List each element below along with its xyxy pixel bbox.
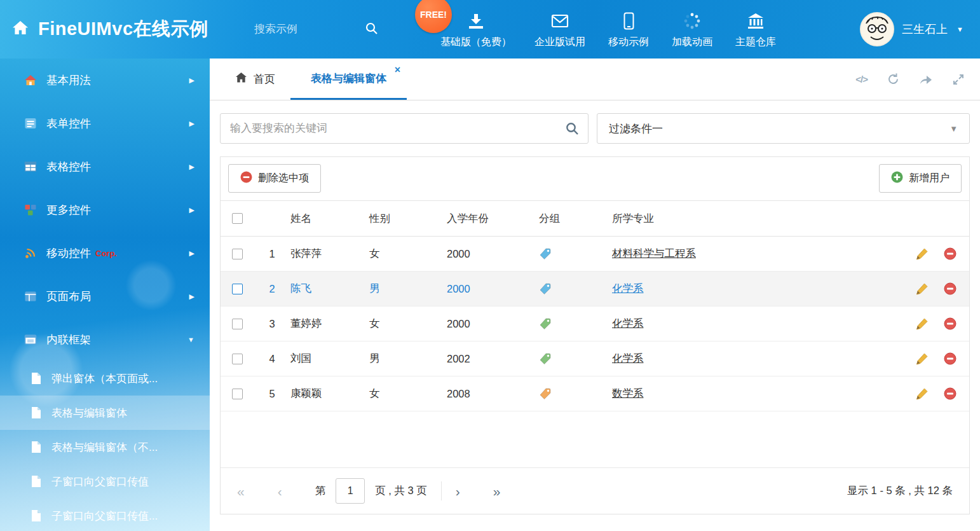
- tab-tools: </>: [855, 59, 980, 100]
- delete-icon[interactable]: [944, 247, 956, 260]
- edit-icon[interactable]: [916, 387, 929, 400]
- table-row[interactable]: 3 董婷婷 女 2000 化学系: [221, 307, 969, 341]
- tag-icon: [539, 317, 612, 330]
- delete-icon[interactable]: [944, 282, 956, 295]
- envelope-icon: [551, 11, 569, 31]
- cell-year: 2000: [447, 248, 539, 260]
- sidebar-subitem-child-to-parent[interactable]: 子窗口向父窗口传值: [0, 464, 210, 499]
- cell-gender: 女: [369, 317, 447, 331]
- row-index: 5: [254, 388, 290, 400]
- iframe-window-icon: [24, 333, 37, 346]
- edit-icon[interactable]: [916, 317, 929, 330]
- sidebar-item-label: 移动控件: [46, 245, 91, 261]
- table-row[interactable]: 2 陈飞 男 2000 化学系: [221, 272, 969, 307]
- sidebar-item-label: 表单控件: [46, 116, 91, 131]
- tag-icon: [539, 387, 612, 400]
- edit-icon[interactable]: [916, 352, 929, 365]
- sidebar-subitem-grid-edit-window-2[interactable]: 表格与编辑窗体（不...: [0, 430, 210, 464]
- spinner-icon: [683, 11, 701, 31]
- sidebar-item-page-layout[interactable]: 页面布局 ▶: [0, 275, 210, 318]
- page-total-label: 页 , 共 3 页: [375, 484, 427, 498]
- expand-icon[interactable]: [952, 73, 965, 86]
- page-number-input[interactable]: [336, 478, 365, 504]
- column-year: 入学年份: [447, 212, 539, 226]
- user-menu[interactable]: 三生石上 ▼: [860, 12, 980, 46]
- sidebar-item-label: 更多控件: [46, 202, 91, 217]
- sidebar-item-basic-usage[interactable]: 基本用法 ▶: [0, 59, 210, 102]
- delete-icon[interactable]: [944, 387, 956, 400]
- keyword-search-input[interactable]: [221, 122, 588, 135]
- nav-item-enterprise-trial[interactable]: 企业版试用: [534, 0, 585, 59]
- column-major: 所学专业: [612, 212, 899, 226]
- close-icon[interactable]: ×: [395, 64, 400, 76]
- sidebar-subitem-grid-edit-window[interactable]: 表格与编辑窗体: [0, 396, 210, 430]
- last-page-button[interactable]: »: [493, 485, 501, 498]
- delete-icon[interactable]: [944, 352, 956, 365]
- edit-icon[interactable]: [916, 247, 929, 260]
- column-group: 分组: [539, 212, 612, 226]
- sidebar-item-form-controls[interactable]: 表单控件 ▶: [0, 102, 210, 145]
- sidebar-item-mobile-controls[interactable]: 移动控件 Corp. ▶: [0, 231, 210, 275]
- next-page-button[interactable]: ›: [456, 485, 460, 498]
- tab-home[interactable]: 首页: [220, 59, 290, 100]
- record-summary: 显示 1 - 5 条 , 共 12 条: [847, 484, 953, 498]
- form-icon: [24, 117, 37, 130]
- row-checkbox[interactable]: [232, 249, 243, 259]
- row-checkbox[interactable]: [232, 389, 243, 399]
- table-row[interactable]: 4 刘国 男 2002 化学系: [221, 341, 969, 376]
- major-link[interactable]: 数学系: [612, 387, 644, 399]
- cell-year: 2000: [447, 283, 539, 295]
- divider: [441, 481, 442, 500]
- tab-grid-edit-window[interactable]: 表格与编辑窗体 ×: [290, 59, 407, 100]
- header-search-input[interactable]: [254, 23, 356, 36]
- row-checkbox[interactable]: [232, 319, 243, 329]
- sidebar-item-iframe[interactable]: 内联框架 ▼: [0, 318, 210, 361]
- sidebar-item-more-controls[interactable]: 更多控件 ▶: [0, 188, 210, 231]
- nav-item-mobile-demo[interactable]: 移动示例: [608, 0, 649, 59]
- row-checkbox[interactable]: [232, 354, 243, 364]
- corp-badge: Corp.: [95, 249, 117, 258]
- nav-label: 基础版（免费）: [440, 36, 512, 49]
- search-icon[interactable]: [365, 22, 378, 38]
- table-row[interactable]: 1 张萍萍 女 2000 材料科学与工程系: [221, 237, 969, 272]
- major-link[interactable]: 材料科学与工程系: [612, 247, 696, 259]
- sidebar: 基本用法 ▶ 表单控件 ▶: [0, 59, 210, 531]
- sidebar-subitem-label: 表格与编辑窗体: [51, 406, 127, 420]
- sidebar-item-grid-controls[interactable]: 表格控件 ▶: [0, 145, 210, 188]
- grid-toolbar: 删除选中项 新增用户: [221, 157, 969, 200]
- file-icon: [31, 475, 41, 488]
- sidebar-item-label: 页面布局: [46, 289, 91, 304]
- major-link[interactable]: 化学系: [612, 282, 644, 294]
- table-row[interactable]: 5 康颖颖 女 2008 数学系: [221, 376, 969, 411]
- cell-gender: 女: [369, 387, 447, 401]
- share-forward-icon[interactable]: [919, 73, 933, 86]
- tag-icon: [539, 247, 612, 260]
- sidebar-subitem-popup-window[interactable]: 弹出窗体（本页面或...: [0, 361, 210, 396]
- prev-page-button[interactable]: ‹: [278, 485, 282, 498]
- chevron-right-icon: ▶: [189, 249, 194, 258]
- brand[interactable]: FineUIMvc在线示例: [0, 17, 254, 42]
- nav-item-loading-animation[interactable]: 加载动画: [672, 0, 712, 59]
- cell-name: 陈飞: [290, 282, 369, 296]
- nav-item-theme-repo[interactable]: 主题仓库: [735, 0, 776, 59]
- first-page-button[interactable]: «: [237, 485, 245, 498]
- chevron-down-icon: ▼: [956, 25, 963, 33]
- sidebar-item-label: 内联框架: [46, 332, 91, 347]
- top-header: FineUIMvc在线示例 FREE! 基础版（免费）: [0, 0, 980, 59]
- search-icon[interactable]: [565, 121, 579, 138]
- delete-icon[interactable]: [944, 317, 956, 330]
- sidebar-subitem-child-to-parent-2[interactable]: 子窗口向父窗口传值...: [0, 499, 210, 531]
- select-all-checkbox[interactable]: [232, 213, 243, 224]
- refresh-icon[interactable]: [887, 72, 900, 86]
- add-user-button[interactable]: 新增用户: [879, 164, 962, 193]
- chevron-down-icon: ▼: [187, 336, 194, 343]
- nav-item-basic-free[interactable]: FREE! 基础版（免费）: [440, 0, 512, 59]
- major-link[interactable]: 化学系: [612, 317, 644, 329]
- filter-dropdown[interactable]: 过滤条件一 ▼: [597, 113, 970, 144]
- edit-icon[interactable]: [916, 282, 929, 295]
- major-link[interactable]: 化学系: [612, 352, 644, 364]
- source-code-icon[interactable]: </>: [855, 74, 868, 85]
- sidebar-item-label: 表格控件: [46, 159, 91, 174]
- delete-selected-button[interactable]: 删除选中项: [228, 164, 321, 193]
- row-checkbox[interactable]: [232, 284, 243, 294]
